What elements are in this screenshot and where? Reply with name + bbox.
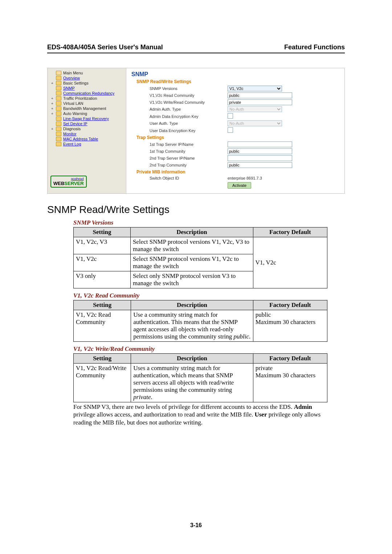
nav-item[interactable]: Monitor	[50, 131, 123, 136]
nav-label[interactable]: Monitor	[63, 132, 77, 136]
table-write-community: Setting Description Factory Default V1, …	[73, 353, 327, 402]
snmp-screenshot: Main Menu Overview+Basic SettingsSNMPCom…	[47, 68, 345, 194]
folder-icon	[56, 96, 61, 100]
folder-icon	[56, 76, 61, 80]
nav-label[interactable]: Communication Redundancy	[63, 91, 114, 95]
nav-item[interactable]: Communication Redundancy	[50, 91, 123, 96]
snmp-rw-label: SNMP Versions	[150, 86, 228, 91]
th-description: Description	[131, 227, 253, 237]
th-setting: Setting	[74, 227, 131, 237]
snmp-trap-label: 2nd Trap Server IP/Name	[150, 156, 228, 160]
nav-label: Auto Warning	[63, 111, 87, 116]
snmp-trap-label: 2nd Trap Community	[150, 163, 228, 167]
folder-icon	[56, 71, 61, 75]
snmp-rw-label: Admin Auth. Type	[150, 107, 228, 111]
mib-label: Switch Object ID	[150, 176, 228, 180]
snmp-rw-label: User Data Encryption Key	[150, 128, 228, 133]
snmp-trap-input[interactable]	[228, 155, 292, 161]
folder-icon	[56, 106, 61, 111]
table-row: V1, V2c, V3 Select SNMP protocol version…	[74, 237, 327, 254]
manual-title: EDS-408A/405A Series User's Manual	[47, 44, 163, 51]
snmp-v3-paragraph: For SNMP V3, there are two levels of pri…	[73, 403, 327, 426]
folder-icon	[56, 142, 61, 146]
snmp-rw-label: V1,V2c Read Community	[150, 93, 228, 98]
nav-item[interactable]: Overview	[50, 75, 123, 81]
nav-item[interactable]: +Bandwidth Management	[50, 106, 123, 111]
folder-icon	[56, 86, 61, 90]
folder-icon	[56, 122, 61, 126]
nav-label[interactable]: Set Device IP	[63, 122, 87, 126]
expand-icon[interactable]: +	[50, 97, 54, 100]
nav-item[interactable]: +Auto Warning	[50, 111, 123, 116]
nav-item[interactable]: +Virtual LAN	[50, 101, 123, 106]
snmp-rw-label: Admin Data Encryption Key	[150, 114, 228, 119]
subsection-read-community: V1, V2c Read Community	[73, 292, 345, 299]
expand-icon[interactable]: +	[50, 102, 54, 106]
folder-icon	[56, 91, 61, 95]
webserver-badge: goahead WEBSERVER	[50, 176, 87, 188]
nav-label[interactable]: Event Log	[63, 142, 81, 146]
nav-root: Main Menu	[50, 70, 123, 75]
snmp-rw-select[interactable]: V1, V2c	[228, 86, 282, 91]
page-header: EDS-408A/405A Series User's Manual Featu…	[47, 44, 345, 53]
nav-item[interactable]: +Traffic Prioritization	[50, 96, 123, 101]
subsection-write-community: V1, V2c Write/Read Community	[73, 345, 345, 353]
nav-label[interactable]: SNMP	[63, 86, 75, 90]
nav-item[interactable]: Set Device IP	[50, 121, 123, 126]
folder-icon	[56, 137, 61, 141]
folder-icon	[56, 127, 61, 131]
activate-button[interactable]: Activate	[228, 182, 251, 189]
nav-tree: Main Menu Overview+Basic SettingsSNMPCom…	[48, 68, 126, 193]
snmp-trap-input[interactable]	[228, 148, 292, 154]
snmp-trap-label: 1st Trap Community	[150, 149, 228, 153]
nav-label: Bandwidth Management	[63, 106, 106, 111]
snmp-rw-label: V1,V2c Write/Read Community	[150, 100, 228, 104]
nav-label: Virtual LAN	[63, 101, 83, 106]
nav-label: Diagnosis	[63, 127, 81, 131]
snmp-rw-label: User Auth. Type	[150, 121, 228, 126]
nav-label: Traffic Prioritization	[63, 96, 97, 100]
folder-icon	[56, 81, 61, 85]
expand-icon[interactable]: +	[50, 81, 54, 85]
nav-item[interactable]: SNMP	[50, 86, 123, 91]
table-row: V1, V2c Read/Write Community Uses a comm…	[74, 364, 327, 402]
snmp-trap-input[interactable]	[228, 162, 292, 168]
expand-icon[interactable]: +	[50, 127, 54, 131]
folder-icon	[56, 101, 61, 106]
nav-label[interactable]: Overview	[63, 76, 80, 80]
snmp-panel: SNMP SNMP Read/Write Settings SNMP Versi…	[126, 68, 344, 193]
expand-icon[interactable]: +	[50, 112, 54, 116]
folder-icon	[56, 132, 61, 136]
heading-snmp-rw: SNMP Read/Write Settings	[47, 204, 345, 216]
section-mib: Private MIB information	[136, 169, 341, 175]
table-read-community: Setting Description Factory Default V1, …	[73, 300, 327, 342]
table-row: V1, V2c Read Community Use a community s…	[74, 310, 327, 342]
nav-label: Basic Settings	[63, 81, 89, 85]
subsection-snmp-versions: SNMP Versions	[73, 219, 345, 226]
page-number: 3-16	[0, 522, 392, 529]
folder-icon	[56, 111, 61, 116]
mib-value: enterprise 8691.7.3	[228, 176, 291, 180]
snmp-rw-checkbox[interactable]	[228, 127, 233, 133]
snmp-rw-input[interactable]	[228, 99, 292, 105]
section-title: Featured Functions	[284, 44, 345, 51]
expand-icon[interactable]: +	[50, 107, 54, 111]
nav-item[interactable]: +Diagnosis	[50, 126, 123, 131]
nav-item[interactable]: Event Log	[50, 141, 123, 147]
factory-default: V1, V2c	[253, 237, 327, 288]
folder-icon	[56, 116, 61, 121]
nav-label[interactable]: MAC Address Table	[63, 137, 98, 141]
snmp-trap-input[interactable]	[228, 141, 292, 147]
snmp-rw-select: No-Auth	[228, 120, 282, 126]
table-snmp-versions: Setting Description Factory Default V1, …	[73, 227, 327, 288]
section-trap: Trap Settings	[136, 135, 341, 140]
nav-item[interactable]: Line-Swap Fast Recovery	[50, 116, 123, 121]
nav-item[interactable]: MAC Address Table	[50, 136, 123, 141]
snmp-trap-label: 1st Trap Server IP/Name	[150, 142, 228, 147]
snmp-rw-input[interactable]	[228, 93, 292, 98]
snmp-rw-select: No-Auth	[228, 106, 282, 112]
nav-item[interactable]: +Basic Settings	[50, 81, 123, 86]
nav-label[interactable]: Line-Swap Fast Recovery	[63, 116, 109, 121]
snmp-rw-checkbox[interactable]	[228, 113, 233, 119]
th-default: Factory Default	[253, 227, 327, 237]
